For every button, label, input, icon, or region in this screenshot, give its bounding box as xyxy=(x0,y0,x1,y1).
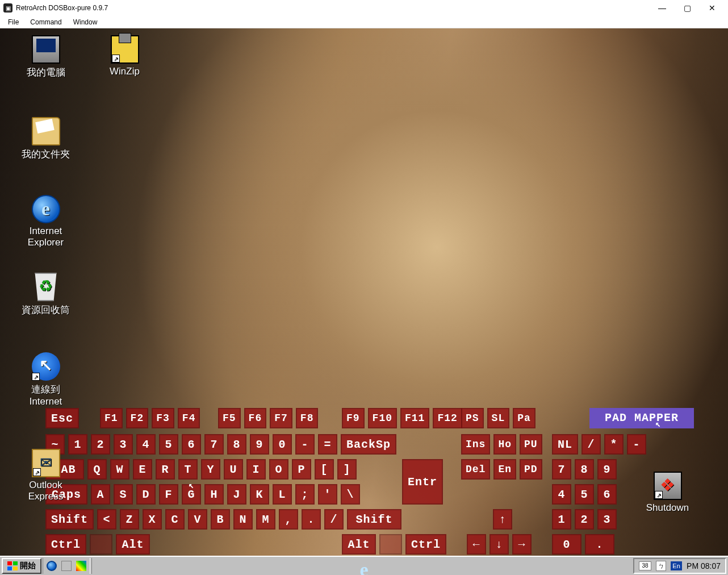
key-0[interactable]: 0 xyxy=(273,434,292,455)
key-shift[interactable]: Shift xyxy=(45,509,94,530)
key-7[interactable]: 7 xyxy=(552,459,571,480)
emulated-desktop[interactable]: PAD MAPPER ↖ EscF1F2F3F4F5F6F7F8F9F10F11… xyxy=(0,28,728,575)
key-f4[interactable]: F4 xyxy=(178,408,200,428)
key-r[interactable]: R xyxy=(156,459,175,480)
internet-explorer-icon[interactable] xyxy=(47,561,57,571)
key-5[interactable]: 5 xyxy=(159,434,178,455)
menu-command[interactable]: Command xyxy=(24,17,67,27)
key-f11[interactable]: F11 xyxy=(400,408,429,428)
key-[interactable]: ' xyxy=(318,484,337,505)
desktop-icon-my-documents[interactable]: 我的文件夾 xyxy=(10,117,81,161)
key-alt[interactable]: Alt xyxy=(342,534,376,555)
desktop-icon-outlook-express[interactable]: ↗Outlook Express xyxy=(10,449,81,502)
key-4[interactable]: 4 xyxy=(552,484,571,505)
key-f1[interactable]: F1 xyxy=(100,408,123,428)
key-m[interactable]: M xyxy=(256,509,275,530)
key-en[interactable]: En xyxy=(493,459,516,480)
key-[interactable]: < xyxy=(97,509,116,530)
key-1[interactable]: 1 xyxy=(552,509,571,530)
key-alt[interactable]: Alt xyxy=(116,534,150,555)
key-pd[interactable]: PD xyxy=(520,459,542,480)
key-b[interactable]: B xyxy=(211,509,230,530)
key-[interactable]: ; xyxy=(295,484,315,505)
desktop-icon-internet-explorer[interactable]: Internet Explorer xyxy=(10,195,81,248)
key-shift[interactable]: Shift xyxy=(347,509,401,530)
key-[interactable]: ↑ xyxy=(493,509,512,530)
key-ctrl[interactable]: Ctrl xyxy=(45,534,86,555)
key-y[interactable]: Y xyxy=(201,459,220,480)
key-f3[interactable]: F3 xyxy=(152,408,174,428)
key-del[interactable]: Del xyxy=(461,459,490,480)
key-3[interactable]: 3 xyxy=(597,509,617,530)
key-i[interactable]: I xyxy=(246,459,266,480)
key-h[interactable]: H xyxy=(204,484,224,505)
key-9[interactable]: 9 xyxy=(250,434,269,455)
desktop-icon-my-computer[interactable]: 我的電腦 xyxy=(10,35,81,79)
key-ho[interactable]: Ho xyxy=(493,434,516,455)
key-6[interactable]: 6 xyxy=(597,484,617,505)
key-a[interactable]: A xyxy=(91,484,110,505)
key-w[interactable]: W xyxy=(110,459,129,480)
key-[interactable]: . xyxy=(302,509,321,530)
key-f[interactable]: F xyxy=(159,484,178,505)
key-esc[interactable]: Esc xyxy=(45,408,79,428)
key-3[interactable]: 3 xyxy=(114,434,133,455)
key-f9[interactable]: F9 xyxy=(342,408,365,428)
key-[interactable]: - xyxy=(627,434,646,455)
key-ps[interactable]: PS xyxy=(461,408,484,428)
desktop-icon-shutdown[interactable]: ↗Shutdown xyxy=(632,472,703,514)
key-8[interactable]: 8 xyxy=(227,434,246,455)
key-2[interactable]: 2 xyxy=(91,434,110,455)
key-blank[interactable] xyxy=(379,534,402,555)
key-j[interactable]: J xyxy=(227,484,246,505)
key-5[interactable]: 5 xyxy=(575,484,594,505)
key-ins[interactable]: Ins xyxy=(461,434,490,455)
key-c[interactable]: C xyxy=(165,509,185,530)
key-[interactable]: = xyxy=(318,434,337,455)
key-enter[interactable]: Entr xyxy=(402,459,443,505)
key-sl[interactable]: SL xyxy=(487,408,510,428)
key-k[interactable]: K xyxy=(250,484,269,505)
key-nl[interactable]: NL xyxy=(552,434,578,455)
key-9[interactable]: 9 xyxy=(597,459,617,480)
key-[interactable]: , xyxy=(279,509,298,530)
key-f5[interactable]: F5 xyxy=(218,408,241,428)
key-6[interactable]: 6 xyxy=(182,434,201,455)
desktop-icon-winzip[interactable]: ↗WinZip xyxy=(89,35,160,77)
key-f6[interactable]: F6 xyxy=(244,408,267,428)
key-[interactable]: / xyxy=(581,434,601,455)
key-[interactable]: / xyxy=(324,509,344,530)
key-t[interactable]: T xyxy=(178,459,198,480)
key-7[interactable]: 7 xyxy=(204,434,224,455)
key-f8[interactable]: F8 xyxy=(296,408,319,428)
key-e[interactable]: E xyxy=(133,459,152,480)
key-[interactable]: → xyxy=(512,534,532,555)
key-d[interactable]: D xyxy=(136,484,156,505)
key-[interactable]: . xyxy=(585,534,614,555)
key-[interactable]: \ xyxy=(341,484,360,505)
key-p[interactable]: P xyxy=(292,459,311,480)
key-n[interactable]: N xyxy=(233,509,253,530)
key-[interactable]: ↓ xyxy=(489,534,509,555)
key-s[interactable]: S xyxy=(114,484,133,505)
key-[interactable]: ] xyxy=(337,459,357,480)
key-[interactable]: [ xyxy=(315,459,334,480)
key-l[interactable]: L xyxy=(273,484,292,505)
key-2[interactable]: 2 xyxy=(575,509,594,530)
key-backsp[interactable]: BackSp xyxy=(341,434,396,455)
close-button[interactable]: ✕ xyxy=(700,0,725,16)
key-[interactable]: - xyxy=(295,434,315,455)
maximize-button[interactable]: ▢ xyxy=(675,0,700,16)
key-pa[interactable]: Pa xyxy=(513,408,535,428)
key-f2[interactable]: F2 xyxy=(126,408,149,428)
key-f7[interactable]: F7 xyxy=(270,408,292,428)
key-8[interactable]: 8 xyxy=(575,459,594,480)
key-[interactable]: ← xyxy=(467,534,486,555)
key-ctrl[interactable]: Ctrl xyxy=(405,534,446,555)
menu-window[interactable]: Window xyxy=(68,17,103,27)
menu-file[interactable]: File xyxy=(2,17,24,27)
key-v[interactable]: V xyxy=(188,509,207,530)
pad-mapper-button[interactable]: PAD MAPPER xyxy=(589,408,694,428)
key-4[interactable]: 4 xyxy=(136,434,156,455)
desktop-icon-recycle-bin[interactable]: 資源回收筒 xyxy=(10,273,81,316)
